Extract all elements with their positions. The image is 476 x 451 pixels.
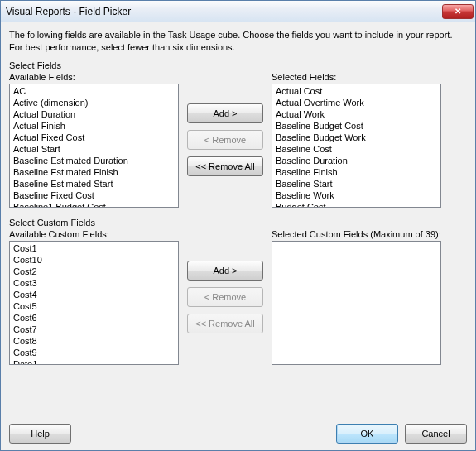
available-fields-listbox[interactable]: ACActive (dimension)Actual DurationActua… [9,84,179,208]
selected-custom-fields-label: Selected Custom Fields (Maximum of 39): [272,229,441,239]
list-item[interactable]: Actual Duration [12,108,176,120]
list-item[interactable]: Baseline Estimated Finish [12,166,176,178]
selected-fields-listbox[interactable]: Actual CostActual Overtime WorkActual Wo… [272,84,441,208]
remove-all-fields-button[interactable]: << Remove All [187,156,263,176]
list-item[interactable]: AC [12,85,176,97]
select-custom-fields-label: Select Custom Fields [9,218,467,228]
list-item[interactable]: Baseline1 Budget Cost [12,201,176,208]
list-item[interactable]: Baseline Cost [274,143,439,155]
available-custom-fields-label: Available Custom Fields: [9,229,179,239]
select-fields-row: Available Fields: ACActive (dimension)Ac… [9,72,467,208]
add-custom-field-button[interactable]: Add > [187,261,263,281]
list-item[interactable]: Baseline Duration [274,155,439,166]
selected-custom-fields-column: Selected Custom Fields (Maximum of 39): [272,229,441,365]
list-item[interactable]: Baseline Budget Work [274,132,439,143]
select-custom-fields-group: Select Custom Fields Available Custom Fi… [9,216,467,365]
list-item[interactable]: Cost7 [12,324,176,335]
ok-button[interactable]: OK [336,424,398,444]
list-item[interactable]: Cost10 [12,254,176,266]
list-item[interactable]: Actual Start [12,143,176,155]
list-item[interactable]: Cost5 [12,300,176,312]
fields-transfer-buttons: Add > < Remove << Remove All [185,72,265,176]
list-item[interactable]: Baseline Finish [274,166,439,178]
list-item[interactable]: Actual Finish [12,120,176,132]
window-title: Visual Reports - Field Picker [6,6,442,17]
cancel-button[interactable]: Cancel [405,424,467,444]
available-fields-column: Available Fields: ACActive (dimension)Ac… [9,72,179,208]
selected-fields-label: Selected Fields: [272,72,441,82]
titlebar[interactable]: Visual Reports - Field Picker ✕ [1,1,475,22]
available-custom-fields-listbox[interactable]: Cost1Cost10Cost2Cost3Cost4Cost5Cost6Cost… [9,241,179,365]
selected-fields-column: Selected Fields: Actual CostActual Overt… [272,72,441,208]
list-item[interactable]: Date1 [12,358,176,365]
list-item[interactable]: Baseline Fixed Cost [12,190,176,201]
close-icon: ✕ [454,7,461,16]
dialog-footer: Help OK Cancel [9,420,467,444]
list-item[interactable]: Cost1 [12,242,176,254]
list-item[interactable]: Actual Cost [274,85,439,97]
list-item[interactable]: Actual Overtime Work [274,97,439,108]
dialog-content: The following fields are available in th… [1,22,475,450]
select-fields-label: Select Fields [9,60,467,70]
list-item[interactable]: Cost3 [12,277,176,289]
list-item[interactable]: Cost6 [12,312,176,324]
list-item[interactable]: Active (dimension) [12,97,176,108]
list-item[interactable]: Cost2 [12,266,176,277]
dialog-window: Visual Reports - Field Picker ✕ The foll… [0,0,476,451]
help-button[interactable]: Help [9,424,71,444]
selected-custom-fields-listbox[interactable] [272,241,441,365]
list-item[interactable]: Actual Fixed Cost [12,132,176,143]
list-item[interactable]: Baseline Budget Cost [274,120,439,132]
list-item[interactable]: Baseline Work [274,190,439,201]
list-item[interactable]: Baseline Estimated Start [12,178,176,190]
list-item[interactable]: Actual Work [274,108,439,120]
custom-fields-transfer-buttons: Add > < Remove << Remove All [185,229,265,333]
add-field-button[interactable]: Add > [187,103,263,123]
remove-custom-field-button[interactable]: < Remove [187,287,263,307]
list-item[interactable]: Baseline Estimated Duration [12,155,176,166]
list-item[interactable]: Cost8 [12,335,176,347]
remove-all-custom-fields-button[interactable]: << Remove All [187,314,263,333]
close-button[interactable]: ✕ [442,4,474,19]
list-item[interactable]: Cost9 [12,347,176,358]
list-item[interactable]: Cost4 [12,289,176,300]
remove-field-button[interactable]: < Remove [187,130,263,150]
select-custom-fields-row: Available Custom Fields: Cost1Cost10Cost… [9,229,467,365]
list-item[interactable]: Baseline Start [274,178,439,190]
available-custom-fields-column: Available Custom Fields: Cost1Cost10Cost… [9,229,179,365]
dialog-description: The following fields are available in th… [9,29,467,54]
available-fields-label: Available Fields: [9,72,179,82]
list-item[interactable]: Budget Cost [274,201,439,208]
